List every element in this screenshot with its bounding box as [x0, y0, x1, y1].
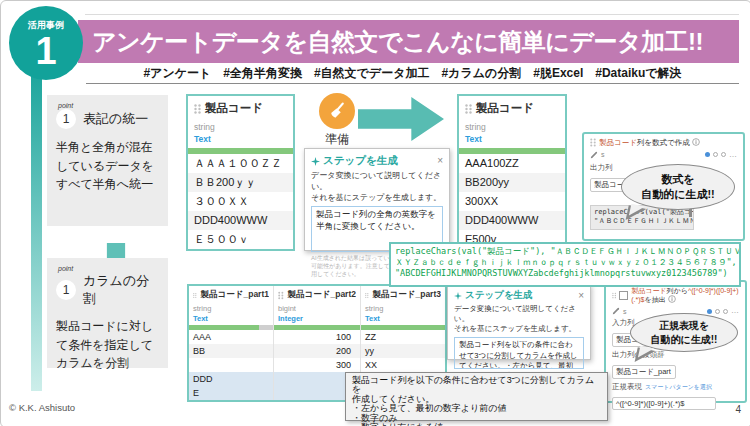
column-type: string [193, 304, 269, 313]
prepare-recipe-icon [319, 93, 355, 129]
column-meaning[interactable]: Integer [278, 314, 356, 325]
hashtag-line: #アンケート #全角半角変換 #自然文でデータ加工 #カラムの分割 #脱Exce… [86, 65, 739, 82]
sparkle-icon [454, 292, 462, 300]
status-dot-icon[interactable] [705, 152, 710, 157]
callout-formula-auto: 数式を 自動的に生成!! [621, 164, 735, 210]
more-menu-icon[interactable]: … [731, 309, 739, 313]
column-name: 製品コード [205, 101, 263, 116]
table-cell: BB200yy [459, 173, 565, 192]
validity-bar [189, 325, 273, 330]
column-type: string [365, 304, 441, 313]
table-cell: 100 [274, 330, 360, 344]
table-cell: ＡＡＡ１００ＺＺ [188, 154, 293, 173]
table-cell: 300 [274, 358, 360, 372]
point-box-1: point 1 表記の統一 半角と全角が混在しているデータをすべて半角へ統一 [47, 95, 168, 226]
info-icon[interactable] [692, 138, 700, 146]
close-icon[interactable]: × [578, 291, 584, 301]
table-cell: AAA100ZZ [459, 154, 565, 173]
table-cell [189, 358, 273, 372]
validity-bar [459, 148, 565, 154]
regex-label: 正規表現スマートパターンを選択 [612, 382, 739, 392]
circle-icon[interactable] [715, 309, 720, 314]
table-cell: E [189, 386, 273, 400]
drag-handle-icon[interactable] [465, 104, 472, 114]
smart-pattern-link[interactable]: スマートパターンを選択 [645, 384, 712, 390]
right-arrow-icon [358, 97, 444, 141]
generate-step-dialog-2: ステップを生成 × データ変換について説明してください。 それを基にステップを生… [447, 284, 591, 360]
validity-bar [188, 148, 293, 154]
more-menu-icon[interactable]: … [729, 153, 737, 157]
edit-label: s [623, 308, 627, 315]
pencil-icon[interactable] [612, 307, 620, 315]
prompt-textarea[interactable]: 製品コード列を以下の条件に合わせて3つに分割してカラムを作成してください。・左か… [454, 337, 584, 369]
column-meaning[interactable]: Text [193, 314, 269, 325]
status-dot-icon[interactable] [707, 309, 712, 314]
table-cell: yy [361, 344, 445, 358]
edit-label: s [601, 151, 605, 158]
dialog-desc: データ変換について説明してください。 それを基にステップを生成します。 [448, 304, 590, 334]
column-name: 製品コード_part2 [288, 289, 356, 301]
table-cell: ＢＢ200ｙｙ [188, 173, 293, 192]
hashtag-divider [86, 83, 739, 84]
table-cell: ZZ [361, 330, 445, 344]
top-divider [85, 14, 739, 15]
point-body: 半角と全角が混在しているデータをすべて半角へ統一 [56, 138, 159, 194]
point-title: 表記の統一 [83, 110, 148, 128]
point-word: point [58, 102, 159, 109]
point-body: 製品コードに対して条件を指定してカラムを分割 [56, 317, 159, 373]
step-actions: … [705, 152, 737, 157]
regex-input[interactable]: ^([^0-9]*)([0-9]+)(.*)$ [612, 397, 716, 410]
table-cell: BB [189, 344, 273, 358]
split-column-part1: 製品コード_part1 string Text AAA BB DDD E [189, 286, 273, 400]
step-title: 製品コード列を数式で作成 [599, 138, 700, 148]
drag-handle-icon[interactable] [278, 291, 284, 300]
step-title: 製品コード列から^([^0-9]*)([0-9]+)(.*)$を抽出 [631, 286, 739, 304]
column-type: string [465, 122, 559, 132]
column-type: bigint [278, 304, 356, 313]
column-meaning[interactable]: Text [365, 314, 441, 325]
drag-handle-icon[interactable] [365, 291, 369, 300]
circle-icon[interactable] [721, 152, 726, 157]
pencil-icon[interactable] [590, 151, 598, 159]
badge-number: 1 [9, 32, 83, 72]
table-cell: 300XX [459, 192, 565, 211]
table-cell: Ｅ５００ｖ [188, 230, 293, 249]
column-name: 製品コード_part1 [201, 289, 269, 301]
point-number-circle: 1 [56, 109, 76, 129]
drag-handle-icon[interactable] [612, 291, 616, 300]
generate-step-dialog-1: ステップを生成 × データ変換について説明してください。 それを基にステップを生… [304, 148, 450, 251]
point-box-2: point 1 カラムの分割 製品コードに対して条件を指定してカラムを分割 [47, 258, 168, 368]
table-cell: DDD400WWW [459, 211, 565, 230]
close-icon[interactable]: × [437, 156, 443, 166]
table-cell: DDD400WWW [188, 211, 293, 230]
drag-handle-icon[interactable] [590, 138, 596, 147]
step-checkbox[interactable] [619, 291, 628, 300]
circle-icon[interactable] [713, 152, 718, 157]
dialog-desc: データ変換について説明してください。 それを基にステップを生成します。 [305, 171, 449, 203]
table-product-code-before: 製品コード string Text ＡＡＡ１００ＺＺ ＢＢ200ｙｙ ３００ＸＸ… [186, 94, 295, 251]
point-number-circle: 1 [56, 280, 76, 300]
point-word: point [58, 265, 159, 272]
table-cell: XX [361, 358, 445, 372]
column-name: 製品コード_part3 [373, 289, 441, 301]
info-icon[interactable] [668, 295, 676, 303]
sparkle-icon [311, 157, 320, 166]
table-cell: AAA [189, 330, 273, 344]
prefix-input[interactable]: 製品コード_part [612, 365, 676, 379]
dialog-title: ステップを生成 [323, 154, 398, 168]
page-title: アンケートデータを自然文でこんなに簡単にデータ加工!! [78, 20, 739, 63]
column-meaning[interactable]: Text [194, 134, 287, 148]
drag-handle-icon[interactable] [194, 104, 201, 114]
step-actions: … [707, 309, 739, 314]
point-title: カラムの分割 [83, 272, 159, 308]
column-type: string [194, 122, 287, 132]
table-cell: 200 [274, 344, 360, 358]
circle-icon[interactable] [723, 309, 728, 314]
use-case-badge: 活用事例 1 [9, 6, 83, 80]
column-meaning[interactable]: Text [465, 134, 559, 148]
slide: 活用事例 1 アンケートデータを自然文でこんなに簡単にデータ加工!! #アンケー… [0, 0, 750, 426]
drag-handle-icon[interactable] [193, 291, 197, 300]
prepare-label: 準備 [309, 131, 365, 148]
validity-bar [361, 325, 445, 330]
broom-icon [327, 101, 347, 121]
